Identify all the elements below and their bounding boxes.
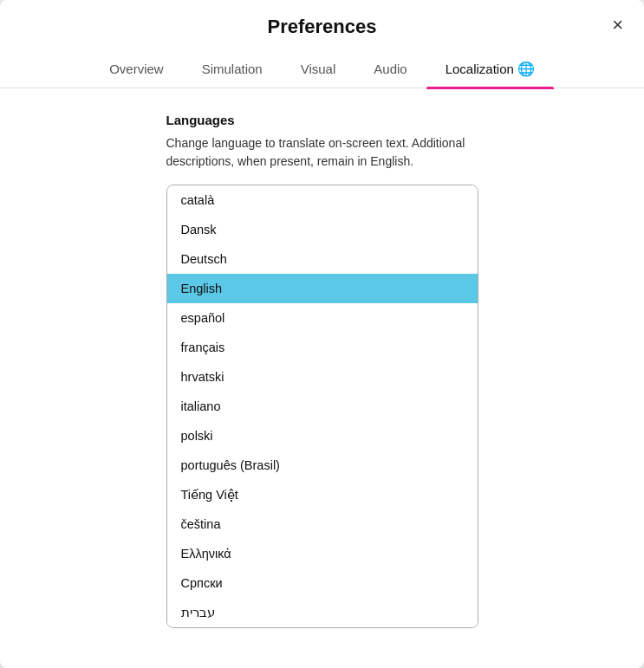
language-item-hrvatski[interactable]: hrvatski [167, 362, 478, 392]
language-item-portugues[interactable]: português (Brasil) [167, 451, 478, 480]
language-item-deutsch[interactable]: Deutsch [167, 244, 478, 274]
language-item-francais[interactable]: français [167, 333, 478, 362]
tab-audio[interactable]: Audio [355, 52, 426, 88]
tab-visual[interactable]: Visual [282, 52, 355, 88]
language-item-english[interactable]: English [167, 274, 478, 303]
localization-icon: 🌐 [517, 61, 535, 77]
language-item-italiano[interactable]: italiano [167, 392, 478, 421]
section-description: Change language to translate on-screen t… [166, 134, 478, 171]
language-item-cestina[interactable]: čeština [167, 509, 478, 539]
tab-localization[interactable]: Localization🌐 [426, 52, 554, 88]
tab-simulation[interactable]: Simulation [183, 52, 282, 88]
language-item-catala[interactable]: català [167, 185, 478, 215]
tabs-bar: OverviewSimulationVisualAudioLocalizatio… [0, 52, 644, 88]
dialog-header: Preferences × [0, 0, 644, 38]
language-item-espanol[interactable]: español [167, 303, 478, 333]
language-item-ivrit[interactable]: עברית [167, 598, 478, 627]
content-area: Languages Change language to translate o… [0, 88, 644, 652]
language-item-ellinika[interactable]: Ελληνικά [167, 539, 478, 568]
close-button[interactable]: × [607, 12, 628, 38]
languages-section: Languages Change language to translate o… [166, 113, 478, 628]
language-item-srpski[interactable]: Српски [167, 568, 478, 598]
language-list: catalàDanskDeutschEnglishespañolfrançais… [166, 185, 478, 628]
language-item-tiengviet[interactable]: Tiếng Việt [167, 480, 478, 509]
dialog-title: Preferences [268, 16, 377, 38]
tab-overview[interactable]: Overview [90, 52, 183, 88]
section-title: Languages [166, 113, 478, 127]
language-item-dansk[interactable]: Dansk [167, 215, 478, 244]
preferences-dialog: Preferences × OverviewSimulationVisualAu… [0, 0, 644, 668]
language-item-polski[interactable]: polski [167, 421, 478, 451]
